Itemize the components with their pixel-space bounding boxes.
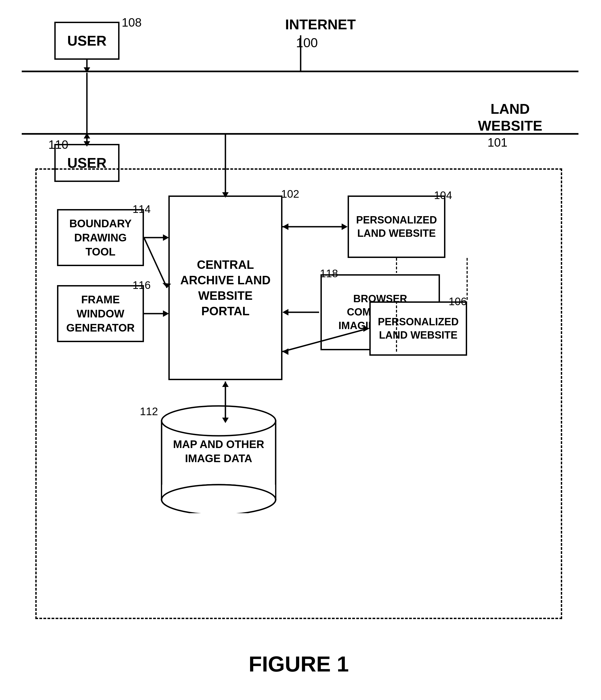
plw-bot-box: PERSONALIZED LAND WEBSITE	[369, 301, 467, 356]
fwg-ref: 116	[132, 279, 151, 291]
figure-label: FIGURE 1	[190, 652, 407, 677]
fwg-label: FRAME WINDOW GENERATOR	[62, 293, 139, 335]
plw-top-box: PERSONALIZED LAND WEBSITE	[348, 196, 445, 258]
internet-line	[22, 71, 578, 72]
plw-top-label: PERSONALIZED LAND WEBSITE	[353, 214, 440, 240]
fwg-box: FRAME WINDOW GENERATOR	[57, 285, 144, 342]
user-top-ref: 108	[122, 16, 142, 29]
user-top-label: USER	[67, 32, 106, 49]
central-archive-label: CENTRAL ARCHIVE LAND WEBSITE PORTAL	[175, 257, 276, 319]
bcit-ref: 118	[320, 268, 338, 280]
internet-label: INTERNET	[285, 16, 356, 32]
bdt-label: BOUNDARY DRAWING TOOL	[62, 217, 139, 259]
db-label: MAP AND OTHER IMAGE DATA	[164, 437, 273, 466]
plw-top-ref: 104	[434, 189, 452, 201]
land-website-label: LANDWEBSITE	[478, 100, 542, 134]
svg-point-1	[161, 406, 276, 436]
land-website-ref: 101	[487, 136, 507, 149]
db-ref: 112	[140, 405, 158, 418]
central-archive-box: CENTRAL ARCHIVE LAND WEBSITE PORTAL	[168, 196, 282, 380]
user-top-box: USER	[54, 22, 120, 60]
central-ref: 102	[281, 188, 299, 200]
bdt-box: BOUNDARY DRAWING TOOL	[57, 209, 144, 266]
plw-bot-ref: 106	[449, 295, 467, 308]
user-mid-ref: 110	[48, 138, 68, 151]
bdt-ref: 114	[132, 203, 151, 215]
svg-point-4	[161, 485, 276, 513]
internet-ref: 100	[296, 35, 318, 50]
plw-bot-label: PERSONALIZED LAND WEBSITE	[375, 315, 462, 342]
db-container: MAP AND OTHER IMAGE DATA	[151, 405, 286, 514]
